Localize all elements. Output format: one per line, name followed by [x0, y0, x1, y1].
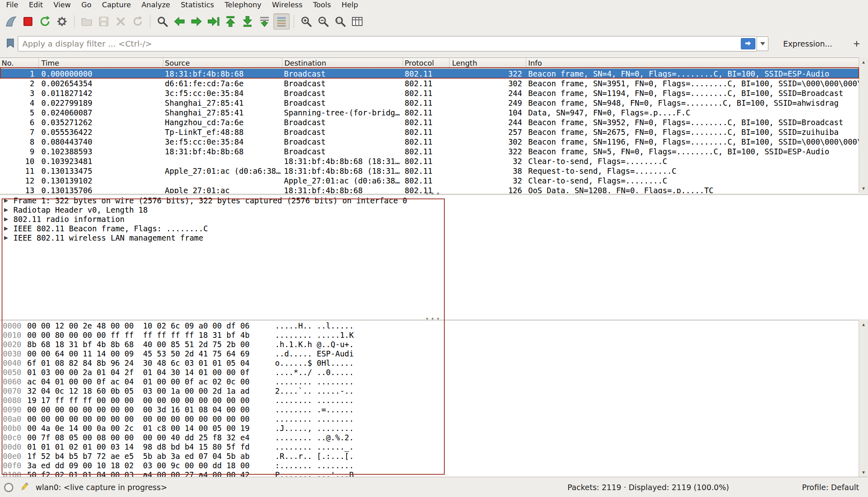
hex-row-00d0[interactable]: 00d001 01 01 02 01 00 03 14 98 d8 bd b4 … — [0, 442, 859, 452]
hex-offset: 00e0 — [3, 452, 24, 461]
cell-time: 0.130139102 — [39, 176, 163, 186]
cell-no: 2 — [0, 79, 39, 88]
menu-tools[interactable]: Tools — [308, 0, 336, 10]
capture-comment-icon[interactable] — [19, 481, 30, 494]
hex-row-0000[interactable]: 000000 00 12 00 2e 48 00 00 10 02 6c 09 … — [0, 321, 859, 331]
packet-row-5[interactable]: 50.024060087Shanghai_27:85:41Spanning-tr… — [0, 108, 859, 117]
packet-row-3[interactable]: 30.0118271423c:f5:cc:0e:35:84Broadcast80… — [0, 88, 859, 98]
capture-options-button[interactable] — [54, 13, 70, 30]
hex-row-0010[interactable]: 001000 00 80 00 00 00 ff ff ff ff ff ff … — [0, 331, 859, 340]
go-last-packet-button[interactable] — [239, 13, 256, 30]
column-header-destination[interactable]: Destination — [282, 58, 403, 68]
detail-tree-item[interactable]: ▶Radiotap Header v0, Length 18 — [0, 205, 868, 214]
packet-row-4[interactable]: 40.022799189Shanghai_27:85:41Broadcast80… — [0, 98, 859, 108]
display-filter-input[interactable] — [18, 37, 741, 50]
column-header-time[interactable]: Time — [39, 58, 163, 68]
hex-row-0090[interactable]: 009000 00 00 00 00 00 00 00 00 3d 16 01 … — [0, 405, 859, 414]
resize-columns-button[interactable] — [349, 13, 365, 30]
restart-capture-button[interactable] — [37, 13, 53, 30]
hex-dump-scrollbar[interactable]: ▲ ▼ — [859, 320, 868, 477]
scroll-up-arrow-icon[interactable]: ▲ — [859, 320, 868, 329]
detail-tree-item[interactable]: ▶IEEE 802.11 Beacon frame, Flags: ......… — [0, 224, 868, 233]
go-forward-button[interactable] — [188, 13, 205, 30]
menu-edit[interactable]: Edit — [23, 0, 48, 10]
detail-tree-item[interactable]: ▶Frame 1: 322 bytes on wire (2576 bits),… — [0, 196, 868, 205]
packet-row-2[interactable]: 20.002654354d6:61:fe:cd:7a:6eBroadcast80… — [0, 79, 859, 88]
cell-src: 3e:f5:cc:0e:35:84 — [163, 137, 282, 147]
packet-row-11[interactable]: 110.130133475Apple_27:01:ac (d0:a6:38:27… — [0, 166, 859, 176]
menu-statistics[interactable]: Statistics — [175, 0, 219, 10]
column-header-no[interactable]: No. — [0, 58, 39, 68]
capture-status-icon[interactable] — [4, 483, 13, 492]
column-header-source[interactable]: Source — [163, 58, 282, 68]
packet-row-10[interactable]: 100.10392348118:31:bf:4b:8b:68 (18:31:bf… — [0, 156, 859, 166]
find-packet-button[interactable] — [154, 13, 171, 30]
go-to-packet-button[interactable] — [205, 13, 222, 30]
expand-arrow-icon[interactable]: ▶ — [4, 235, 11, 241]
column-header-protocol[interactable]: Protocol — [403, 58, 450, 68]
packet-row-9[interactable]: 90.10238859318:31:bf:4b:8b:68Broadcast80… — [0, 147, 859, 156]
packet-row-6[interactable]: 60.035271262Hangzhou_cd:7a:6eBroadcast80… — [0, 117, 859, 127]
hex-row-0080[interactable]: 008019 17 ff ff ff 00 00 00 00 00 00 00 … — [0, 396, 859, 405]
hex-ascii: ........ ........ — [275, 396, 354, 405]
expand-arrow-icon[interactable]: ▶ — [4, 197, 11, 203]
hex-row-00e0[interactable]: 00e01f 52 b4 b5 b7 72 ae e5 5b ab 3a ed … — [0, 452, 859, 461]
start-capture-button[interactable] — [3, 13, 19, 30]
packet-row-1[interactable]: 10.00000000018:31:bf:4b:8b:68Broadcast80… — [0, 69, 859, 79]
hex-row-0020[interactable]: 00208b 68 18 31 bf 4b 8b 68 40 00 85 51 … — [0, 340, 859, 349]
go-back-button[interactable] — [171, 13, 188, 30]
hex-ascii: ........ ......_. — [275, 442, 354, 452]
zoom-original-button[interactable]: 1:1 — [332, 13, 348, 30]
menu-file[interactable]: File — [1, 0, 23, 10]
zoom-in-button[interactable] — [298, 13, 314, 30]
display-filter-field — [18, 36, 757, 51]
hex-row-0030[interactable]: 003000 00 64 00 11 14 00 09 45 53 50 2d … — [0, 349, 859, 358]
hex-row-00f0[interactable]: 00f03a ed dd 09 00 10 18 02 03 00 9c 00 … — [0, 461, 859, 470]
filter-history-dropdown[interactable] — [757, 36, 768, 51]
apply-filter-button[interactable] — [741, 38, 755, 49]
hex-row-0050[interactable]: 005001 03 00 00 2a 01 04 2f 01 04 30 14 … — [0, 368, 859, 377]
column-header-length[interactable]: Length — [450, 58, 526, 68]
detail-tree-item[interactable]: ▶IEEE 802.11 wireless LAN management fra… — [0, 233, 868, 242]
menu-telephony[interactable]: Telephony — [219, 0, 267, 10]
hex-row-0070[interactable]: 007032 04 0c 12 18 60 0b 05 03 00 1a 00 … — [0, 386, 859, 396]
zoom-out-button[interactable] — [315, 13, 331, 30]
scroll-up-arrow-icon[interactable]: ▲ — [859, 58, 868, 66]
hex-row-00c0[interactable]: 00c000 7f 08 05 00 08 00 00 00 00 40 dd … — [0, 433, 859, 442]
menu-help[interactable]: Help — [336, 0, 363, 10]
scroll-down-arrow-icon[interactable]: ▼ — [859, 184, 868, 193]
hex-row-0040[interactable]: 00406f 01 08 82 84 8b 96 24 30 48 6c 03 … — [0, 358, 859, 368]
expand-arrow-icon[interactable]: ▶ — [4, 216, 11, 222]
menu-capture[interactable]: Capture — [97, 0, 136, 10]
expand-arrow-icon[interactable]: ▶ — [4, 225, 11, 231]
profile-status[interactable]: Profile: Default — [802, 477, 859, 497]
menu-view[interactable]: View — [48, 0, 76, 10]
stop-capture-button[interactable] — [20, 13, 36, 30]
cell-src: Apple_27:01:ac (d0:a6:38:27:01:ac) — [163, 166, 282, 176]
add-filter-button[interactable]: + — [851, 38, 862, 49]
colorize-packets-button[interactable] — [273, 13, 290, 30]
hex-dump-pane: 000000 00 12 00 2e 48 00 00 10 02 6c 09 … — [0, 320, 859, 478]
svg-text:1:1: 1:1 — [336, 18, 343, 23]
menu-analyze[interactable]: Analyze — [136, 0, 175, 10]
hex-row-00b0[interactable]: 00b000 4a 0e 14 00 0a 00 2c 01 c8 00 14 … — [0, 424, 859, 433]
packet-list-scrollbar[interactable]: ▲ ▼ — [859, 58, 868, 193]
hex-row-0060[interactable]: 0060ac 04 01 00 00 0f ac 04 01 00 00 0f … — [0, 377, 859, 386]
go-first-packet-button[interactable] — [222, 13, 239, 30]
menu-wireless[interactable]: Wireless — [267, 0, 307, 10]
scroll-down-arrow-icon[interactable]: ▼ — [859, 468, 868, 477]
filter-bookmark-button[interactable] — [3, 36, 17, 51]
hex-row-00a0[interactable]: 00a000 00 00 00 00 00 00 00 00 00 00 00 … — [0, 414, 859, 424]
expand-arrow-icon[interactable]: ▶ — [4, 207, 11, 213]
auto-scroll-button[interactable] — [256, 13, 273, 30]
packet-row-8[interactable]: 80.0804437403e:f5:cc:0e:35:84Broadcast80… — [0, 137, 859, 147]
hex-bytes: 19 17 ff ff ff 00 00 00 00 00 00 00 00 0… — [27, 396, 254, 405]
packet-row-7[interactable]: 70.055536422Tp-LinkT_ef:48:88Broadcast80… — [0, 127, 859, 137]
expression-button[interactable]: Expression... — [781, 38, 834, 50]
menu-go[interactable]: Go — [76, 0, 97, 10]
detail-tree-item[interactable]: ▶802.11 radio information — [0, 214, 868, 224]
packet-row-12[interactable]: 120.130139102Apple_27:01:ac (d0:a6:38:27… — [0, 176, 859, 186]
column-header-info[interactable]: Info — [526, 58, 859, 68]
hex-offset: 0080 — [3, 396, 24, 405]
cell-info: Data, SN=947, FN=0, Flags=.p....F.C — [526, 108, 859, 117]
